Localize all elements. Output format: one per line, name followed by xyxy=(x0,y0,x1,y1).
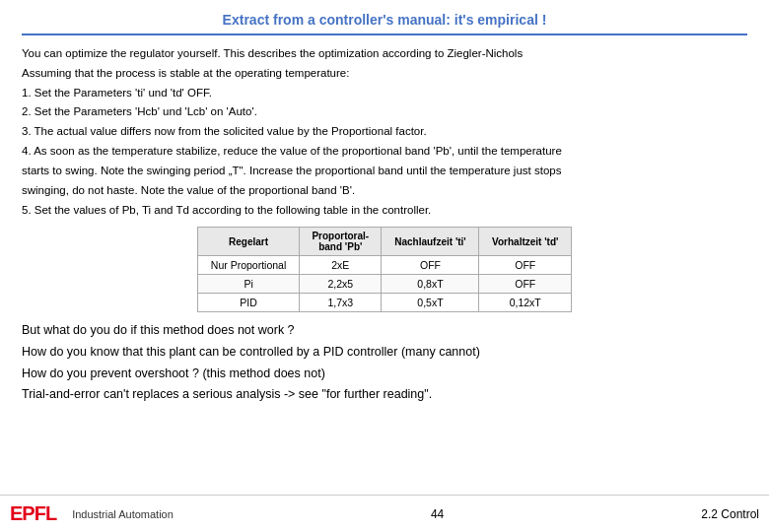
table-cell: OFF xyxy=(479,275,572,294)
step1-line: 1. Set the Parameters 'ti' und 'td' OFF. xyxy=(22,85,747,102)
main-content: Extract from a controller's manual: it's… xyxy=(0,0,769,495)
epfl-logo-text: EPFL xyxy=(10,502,56,525)
table-cell: 0,12xT xyxy=(479,294,572,312)
table-row: Nur Proportional2xEOFFOFF xyxy=(198,256,572,275)
table-cell: 0,8xT xyxy=(382,275,479,294)
title-section: Extract from a controller's manual: it's… xyxy=(22,12,747,35)
table-cell: PID xyxy=(198,294,300,312)
bottom-line3: How do you prevent overshoot ? (this met… xyxy=(22,364,747,384)
table-cell: Nur Proportional xyxy=(198,256,300,275)
body-text: You can optimize the regulator yourself.… xyxy=(22,45,747,219)
footer: EPFL Industrial Automation 44 2.2 Contro… xyxy=(0,495,769,532)
table-cell: 0,5xT xyxy=(382,294,479,312)
step5-line: 5. Set the values of Pb, Ti and Td accor… xyxy=(22,202,747,220)
page-title: Extract from a controller's manual: it's… xyxy=(223,12,547,28)
bottom-text: But what do you do if this method does n… xyxy=(22,320,747,405)
table-cell: OFF xyxy=(479,256,572,275)
col-header-td: Vorhaltzeit 'td' xyxy=(479,228,572,256)
table-header-row: Regelart Proportoral-band 'Pb' Nachlaufz… xyxy=(198,228,572,256)
footer-logo: EPFL xyxy=(10,499,56,530)
table-body: Nur Proportional2xEOFFOFFPi2,2x50,8xTOFF… xyxy=(198,256,572,312)
footer-course-label: Industrial Automation xyxy=(72,508,174,520)
table-row: Pi2,2x50,8xTOFF xyxy=(198,275,572,294)
table-cell: 2,2x5 xyxy=(300,275,382,294)
footer-page-number: 44 xyxy=(174,507,701,521)
table-cell: Pi xyxy=(198,275,300,294)
step2-line: 2. Set the Parameters 'Hcb' und 'Lcb' on… xyxy=(22,103,747,121)
zn-table: Regelart Proportoral-band 'Pb' Nachlaufz… xyxy=(197,227,572,312)
step3-line: 3. The actual value differs now from the… xyxy=(22,123,747,141)
step4a-line: 4. As soon as the temperature stabilize,… xyxy=(22,143,747,161)
step4b-line: starts to swing. Note the swinging perio… xyxy=(22,163,747,180)
table-cell: 2xE xyxy=(300,256,382,275)
intro-line: You can optimize the regulator yourself.… xyxy=(22,45,747,63)
footer-section: 2.2 Control xyxy=(701,507,759,521)
col-header-regelart: Regelart xyxy=(198,228,300,256)
col-header-ti: Nachlaufzeit 'ti' xyxy=(382,228,479,256)
page-number: 44 xyxy=(431,507,444,521)
bottom-line4: Trial-and-error can't replaces a serious… xyxy=(22,384,747,405)
table-row: PID1,7x30,5xT0,12xT xyxy=(198,294,572,312)
page: Extract from a controller's manual: it's… xyxy=(0,0,769,532)
col-header-pb: Proportoral-band 'Pb' xyxy=(300,228,382,256)
assumption-line: Assuming that the process is stable at t… xyxy=(22,65,747,83)
table-container: Regelart Proportoral-band 'Pb' Nachlaufz… xyxy=(22,227,747,312)
bottom-line1: But what do you do if this method does n… xyxy=(22,320,747,341)
table-cell: OFF xyxy=(382,256,479,275)
table-cell: 1,7x3 xyxy=(300,294,382,312)
bottom-line2: How do you know that this plant can be c… xyxy=(22,342,747,363)
step4c-line: swinging, do not haste. Note the value o… xyxy=(22,182,747,200)
